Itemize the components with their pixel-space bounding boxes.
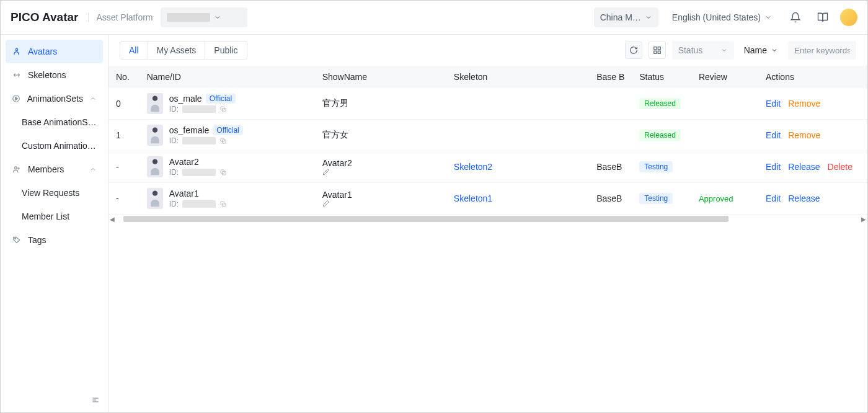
grid-view-button[interactable] <box>649 42 666 59</box>
scroll-right-icon[interactable]: ▶ <box>860 215 867 223</box>
table-row: 1os_femaleOfficialID:官方女ReleasedEditRemo… <box>108 120 867 151</box>
copy-id-button[interactable] <box>219 137 227 144</box>
chevron-up-icon <box>89 166 97 173</box>
sidebar-item-custom-animationsets[interactable]: Custom Animatio… <box>6 134 103 158</box>
region-selector[interactable]: China M… <box>594 7 658 27</box>
edit-showname-button[interactable] <box>322 200 439 207</box>
sidebar-item-avatars[interactable]: Avatars <box>6 40 103 63</box>
region-label: China M… <box>600 12 641 22</box>
sidebar-collapse-button[interactable] <box>88 393 103 407</box>
avatar-thumbnail <box>147 93 163 114</box>
tab-label: Public <box>214 45 237 55</box>
avatar-thumbnail <box>147 188 163 209</box>
svg-point-19 <box>153 159 157 164</box>
bell-icon <box>790 12 801 23</box>
chevron-down-icon <box>764 14 772 21</box>
edit-button[interactable]: Edit <box>766 99 781 109</box>
status-badge: Testing <box>639 193 673 204</box>
col-review: Review <box>691 66 758 88</box>
cell-showname: 官方男 <box>315 88 446 120</box>
svg-rect-11 <box>653 51 656 53</box>
cell-name: os_femaleOfficialID: <box>140 120 315 151</box>
brand-title: PICO Avatar <box>11 11 78 24</box>
sidebar-item-label: Base AnimationS… <box>22 117 97 127</box>
official-badge: Official <box>206 94 236 104</box>
status-badge: Released <box>639 130 681 141</box>
refresh-icon <box>629 46 638 55</box>
release-button[interactable]: Release <box>788 162 820 172</box>
tab-all[interactable]: All <box>120 42 148 59</box>
sidebar-item-skeletons[interactable]: Skeletons <box>6 63 103 87</box>
cell-review: Approved <box>691 183 758 215</box>
avatar-icon <box>12 47 22 56</box>
delete-button[interactable]: Delete <box>828 162 852 172</box>
cell-status: Testing <box>632 183 691 215</box>
col-name-id: Name/ID <box>140 66 315 88</box>
language-selector[interactable]: English (United States) <box>666 7 778 27</box>
edit-button[interactable]: Edit <box>766 162 781 172</box>
svg-point-0 <box>16 48 18 51</box>
notifications-button[interactable] <box>786 7 805 27</box>
svg-point-5 <box>15 238 16 239</box>
tabs: All My Assets Public <box>120 41 247 60</box>
sidebar-item-view-requests[interactable]: View Requests <box>6 181 103 205</box>
official-badge: Official <box>213 125 242 135</box>
cell-name: Avatar2ID: <box>140 151 315 183</box>
copy-id-button[interactable] <box>219 169 227 176</box>
sidebar-item-label: Skeletons <box>28 70 66 80</box>
sidebar-item-base-animationsets[interactable]: Base AnimationS… <box>6 110 103 134</box>
tab-label: My Assets <box>157 45 197 55</box>
id-label: ID: <box>169 136 179 145</box>
skeleton-link[interactable]: Skeleton2 <box>454 162 492 172</box>
tab-my-assets[interactable]: My Assets <box>148 42 205 59</box>
remove-button[interactable]: Remove <box>788 99 820 109</box>
status-filter[interactable]: Status <box>672 41 734 60</box>
showname-value: Avatar1 <box>322 190 352 200</box>
sidebar-item-label: Custom Animatio… <box>22 141 96 151</box>
cell-base: BaseB <box>589 183 632 215</box>
skeleton-icon <box>12 70 22 80</box>
sidebar-item-members[interactable]: Members <box>6 158 103 181</box>
org-selector[interactable] <box>161 7 247 27</box>
cell-base <box>589 88 632 120</box>
cell-actions: EditRelease <box>758 183 867 215</box>
members-icon <box>12 164 22 174</box>
col-skeleton: Skeleton <box>446 66 589 88</box>
docs-button[interactable] <box>813 7 833 27</box>
sidebar-item-label: Avatars <box>28 47 57 56</box>
avatar-thumbnail <box>147 125 163 146</box>
sidebar-item-label: View Requests <box>22 188 79 198</box>
cell-review <box>691 151 758 183</box>
cell-no: - <box>108 183 140 215</box>
chevron-up-icon <box>89 95 97 102</box>
table-row: 0os_maleOfficialID:官方男ReleasedEditRemove <box>108 88 867 120</box>
sidebar-item-tags[interactable]: Tags <box>6 228 103 252</box>
showname-value: Avatar2 <box>322 158 352 168</box>
edit-button[interactable]: Edit <box>766 193 781 203</box>
refresh-button[interactable] <box>625 42 642 59</box>
header: PICO Avatar Asset Platform China M… Engl… <box>1 1 867 35</box>
sort-selector[interactable]: Name <box>740 41 782 60</box>
copy-id-button[interactable] <box>219 200 227 208</box>
sidebar-item-animationsets[interactable]: AnimationSets <box>6 87 103 110</box>
svg-rect-10 <box>658 47 660 50</box>
cell-review <box>691 88 758 120</box>
skeleton-link[interactable]: Skeleton1 <box>454 193 492 203</box>
grid-icon <box>653 46 662 55</box>
tab-public[interactable]: Public <box>205 42 246 59</box>
sidebar-item-member-list[interactable]: Member List <box>6 205 103 228</box>
horizontal-scrollbar[interactable]: ◀ ▶ <box>108 215 867 223</box>
cell-showname: 官方女 <box>315 120 446 151</box>
cell-showname: Avatar1 <box>315 183 446 215</box>
remove-button[interactable]: Remove <box>788 130 820 140</box>
edit-showname-button[interactable] <box>322 168 439 175</box>
search-input[interactable] <box>788 41 856 60</box>
edit-button[interactable]: Edit <box>766 130 781 140</box>
scroll-left-icon[interactable]: ◀ <box>108 215 116 223</box>
release-button[interactable]: Release <box>788 193 820 203</box>
status-badge: Released <box>639 98 681 109</box>
user-avatar[interactable] <box>840 9 857 26</box>
asset-name: Avatar2 <box>169 157 199 167</box>
col-no: No. <box>108 66 140 88</box>
copy-id-button[interactable] <box>219 105 227 113</box>
